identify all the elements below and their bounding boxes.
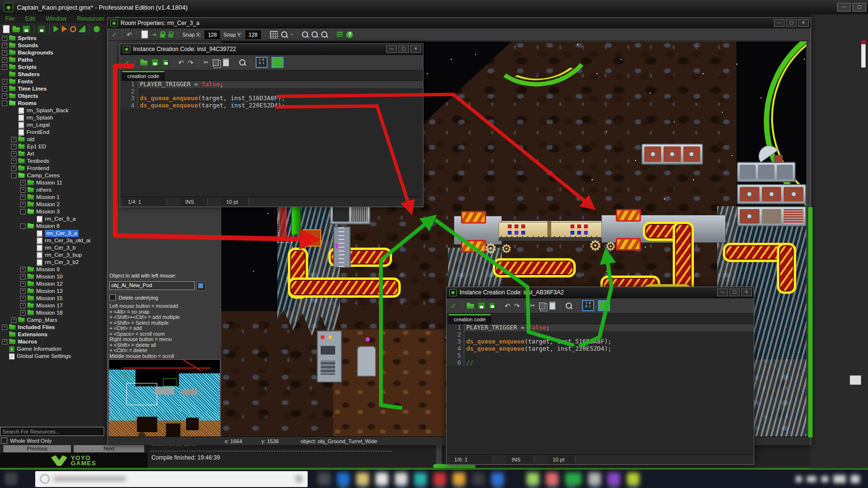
tree-expander-icon[interactable]: + <box>2 325 7 330</box>
code1-minimize-button[interactable]: — <box>386 45 397 53</box>
tree-item[interactable]: +Included Files <box>0 324 107 331</box>
tree-item[interactable]: +Scripts <box>0 64 107 71</box>
tree-item[interactable]: +others <box>0 186 107 194</box>
code1-tab[interactable]: creation code <box>122 71 164 80</box>
zoom-reset-icon[interactable] <box>312 31 318 38</box>
tree-item[interactable]: +Frontend <box>0 165 107 172</box>
room-clear-icon[interactable] <box>141 30 148 39</box>
tree-expander-icon[interactable]: - <box>20 209 26 214</box>
save-small-icon[interactable] <box>489 303 495 309</box>
menu-resources[interactable]: Resources <box>72 15 110 22</box>
zoom-dropdown-icon[interactable] <box>281 31 287 38</box>
room-minimap[interactable] <box>108 359 220 444</box>
taskbar-app-icon[interactable] <box>395 473 407 485</box>
tree-item[interactable]: +Mission 10 <box>0 273 107 280</box>
unlock-icon[interactable] <box>168 34 173 38</box>
tree-expander-icon[interactable]: + <box>20 303 26 308</box>
maximize-button[interactable]: ▢ <box>853 3 866 12</box>
turret-right-top[interactable] <box>616 209 641 222</box>
tree-expander-icon[interactable]: + <box>2 339 7 344</box>
menu-file[interactable]: File <box>0 15 20 22</box>
tree-expander-icon[interactable]: + <box>2 57 7 63</box>
tree-item[interactable]: +Art <box>0 150 107 158</box>
tree-expander-icon[interactable]: + <box>2 43 7 48</box>
system-tray[interactable] <box>793 475 862 483</box>
taskbar-app-icon[interactable] <box>608 473 620 485</box>
hazard-pipe[interactable] <box>777 243 796 294</box>
tree-expander-icon[interactable]: + <box>20 310 26 316</box>
tree-item[interactable]: +Ep1 ED <box>0 143 107 150</box>
goto-line-icon[interactable] <box>271 57 284 68</box>
grid-toggle-icon[interactable] <box>270 31 278 39</box>
code2-editor[interactable]: 1PLAYER_TRIGGER = false;23ds_queue_enque… <box>447 324 754 454</box>
tree-item[interactable]: +Mission 2 <box>0 201 107 208</box>
find-icon[interactable] <box>239 59 245 66</box>
room-shift-icon[interactable]: ➜ <box>151 31 157 38</box>
save-small-icon[interactable] <box>163 59 168 66</box>
apply-icon[interactable]: ✓ <box>124 59 130 66</box>
taskbar-app-icon[interactable] <box>434 473 446 485</box>
tree-item[interactable]: +rm_Legal <box>0 121 107 129</box>
tree-item[interactable]: +Paths <box>0 56 107 64</box>
taskbar-app-icon[interactable] <box>376 473 388 485</box>
redo-icon[interactable]: ↷ <box>188 59 193 66</box>
minimize-button[interactable]: — <box>837 3 851 12</box>
tree-item[interactable]: +✓Global Game Settings <box>0 353 107 360</box>
find-icon[interactable] <box>566 303 572 309</box>
object-picker-button[interactable] <box>196 281 206 291</box>
cut-icon[interactable]: ✂ <box>530 302 535 309</box>
tree-item[interactable]: +Shaders <box>0 71 107 78</box>
tree-item[interactable]: -Mission 8 <box>0 223 107 230</box>
code2-minimize-button[interactable]: — <box>717 289 728 296</box>
tree-expander-icon[interactable]: - <box>2 101 7 106</box>
turret-right-bottom[interactable] <box>616 238 641 251</box>
instance-list-icon[interactable] <box>337 32 343 37</box>
room-window-title-bar[interactable]: ◉ Room Properties: rm_Cer_3_a — ▢ ✕ <box>108 18 811 29</box>
tree-item[interactable]: +Mission 11 <box>0 179 107 186</box>
hazard-pipe[interactable] <box>493 258 576 277</box>
code1-maximize-button[interactable]: ▢ <box>398 45 409 53</box>
run-debug-icon[interactable] <box>62 26 67 32</box>
turret-left-top[interactable] <box>461 211 486 224</box>
selected-object-red[interactable] <box>279 206 286 238</box>
code2-title-bar[interactable]: ◉ Instance Creation Code: inst_AB36F3A2 … <box>447 287 754 298</box>
tree-item[interactable]: +Sprites <box>0 35 107 42</box>
tree-item[interactable]: +Time Lines <box>0 85 107 92</box>
code1-editor[interactable]: 1PLAYER_TRIGGER = false;23ds_queue_enque… <box>120 81 423 197</box>
tree-expander-icon[interactable]: + <box>2 86 7 92</box>
tree-item[interactable]: +Mission 17 <box>0 302 107 309</box>
tree-expander-icon[interactable]: + <box>11 137 16 142</box>
taskbar-app-icon[interactable] <box>565 473 582 485</box>
snap-y-input[interactable]: 128 <box>245 30 261 39</box>
taskbar-app-icon[interactable] <box>356 473 369 485</box>
taskbar-search-box[interactable] <box>35 471 308 487</box>
tree-item[interactable]: +rm_Cer_3a_old_ai <box>0 237 107 244</box>
tree-expander-icon[interactable]: + <box>20 195 26 200</box>
tree-item[interactable]: +Mission 15 <box>0 295 107 302</box>
code2-maximize-button[interactable]: ▢ <box>729 289 740 296</box>
tree-expander-icon[interactable]: - <box>11 173 16 178</box>
selected-object-green[interactable] <box>291 204 301 235</box>
tree-item[interactable]: -Mission 3 <box>0 208 107 215</box>
line-numbers-toggle-icon[interactable]: 1 00 1 <box>582 300 594 311</box>
tree-expander-icon[interactable]: + <box>20 281 26 287</box>
tree-expander-icon[interactable]: + <box>11 317 16 323</box>
tree-item[interactable]: +Extensions <box>0 331 107 338</box>
stop-icon[interactable] <box>70 26 76 32</box>
undo-icon[interactable]: ↶ <box>505 303 511 309</box>
tree-item[interactable]: +rm_Cer_9_a <box>0 215 107 223</box>
hazard-pipe[interactable] <box>288 277 401 298</box>
help-icon[interactable]: ? <box>346 31 353 38</box>
tree-expander-icon[interactable]: + <box>20 289 26 294</box>
tree-expander-icon[interactable]: + <box>11 158 16 164</box>
tree-item[interactable]: +Camp_Mars <box>0 317 107 324</box>
search-resources-input[interactable]: Search For Resources... <box>0 427 104 436</box>
cut-icon[interactable]: ✂ <box>203 59 209 66</box>
taskbar-app-icon[interactable] <box>588 473 601 485</box>
tree-expander-icon[interactable]: + <box>2 36 7 41</box>
next-button[interactable]: Next <box>73 445 145 453</box>
taskbar-app-icon[interactable] <box>491 473 504 485</box>
room-minimize-button[interactable]: — <box>774 19 785 27</box>
station-pod[interactable] <box>357 346 376 377</box>
tree-expander-icon[interactable]: + <box>11 166 16 171</box>
